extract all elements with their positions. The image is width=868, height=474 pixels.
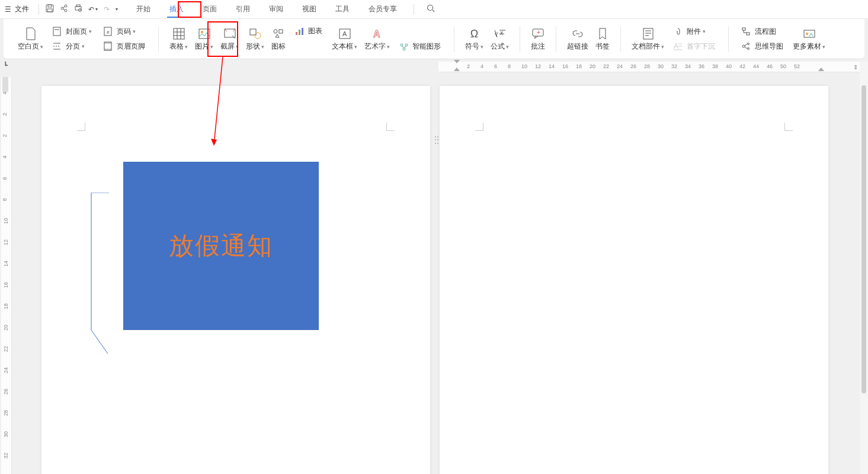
ruler-tick: 34 [685,63,691,69]
ruler-tick: 2 [2,134,8,137]
ruler-tick: 14 [549,63,555,69]
ribbon-separator [520,26,520,52]
bookmark-button[interactable]: 书签 [592,21,613,57]
margin-corner-mark [784,123,793,131]
tab-tools[interactable]: 工具 [328,0,357,19]
ruler-tick: 22 [3,346,9,352]
equation-button[interactable]: √x 公式▾ [487,21,513,57]
file-menu[interactable]: 文件 [15,4,29,14]
ruler-tick: 28 [3,410,9,416]
svg-line-45 [405,46,406,48]
attach-dropcap-col: 附件▾ A 首字下沉 [668,23,721,55]
ribbon-group-diagrams: 流程图 思维导图 更多素材▾ [731,19,834,59]
svg-text:x: x [499,30,504,36]
freeform-line-shape[interactable] [90,193,114,358]
ruler-tick: 42 [739,63,745,69]
bookmark-icon [598,26,607,41]
icon-button[interactable]: 图标 [268,21,289,57]
shape-text: 放假通知 [169,229,273,262]
hyperlink-button[interactable]: 超链接 [563,21,592,57]
hyperlink-icon [572,26,584,41]
tab-page[interactable]: 页面 [196,0,224,19]
horizontal-ruler[interactable]: 2468101214161820222426283032343638404244… [438,62,860,72]
smartart-label: 智能图形 [412,41,441,52]
dropcap-label: 首字下沉 [687,41,715,52]
svg-point-66 [806,33,808,35]
tab-reference[interactable]: 引用 [229,0,257,19]
header-footer-button[interactable]: 页眉页脚 [101,39,148,54]
chart-button[interactable]: 图表 [293,24,325,39]
wordart-button[interactable]: A 艺术字▾ [361,21,393,57]
comment-label: 批注 [531,41,545,52]
dropcap-button[interactable]: A 首字下沉 [671,39,718,54]
rectangle-shape[interactable]: 放假通知 [123,162,319,330]
tab-view[interactable]: 视图 [295,0,324,19]
page-2[interactable] [440,86,828,474]
ruler-tick: 6 [494,63,497,69]
wordart-icon: A [371,26,383,41]
save-icon[interactable] [46,4,54,14]
ruler-tick: 2 [467,63,470,69]
search-icon[interactable] [427,4,435,15]
shape-button[interactable]: 形状▾ [242,21,268,57]
flowchart-label: 流程图 [755,27,776,37]
collapse-ribbon-handle[interactable]: ⇕ [853,64,859,72]
svg-point-62 [748,48,750,50]
attachment-button[interactable]: 附件▾ [671,24,718,39]
table-button[interactable]: 表格▾ [166,21,191,57]
print-preview-icon[interactable] [74,4,82,14]
page-1[interactable]: 放假通知 [41,86,430,474]
more-material-button[interactable]: 更多素材▾ [789,21,829,57]
picture-button[interactable]: 图片▾ [191,21,217,57]
ruler-tick: 8 [2,198,8,201]
ruler-tick: 12 [535,63,541,69]
more-material-label: 更多素材 [793,41,821,52]
flowchart-button[interactable]: 流程图 [739,24,786,39]
ruler-margin [2,77,8,92]
comment-button[interactable]: + 批注 [527,21,549,57]
undo-icon[interactable]: ↶ [88,5,94,14]
textbox-button[interactable]: A 文本框▾ [328,21,361,57]
ruler-tick: 52 [794,63,800,69]
ruler-tick: 36 [699,63,704,69]
svg-rect-13 [53,27,60,36]
mindmap-button[interactable]: 思维导图 [739,39,786,54]
chart-label: 图表 [308,26,322,36]
tab-review[interactable]: 审阅 [262,0,290,19]
tab-stop-selector[interactable]: ┗ [4,62,12,70]
tab-member[interactable]: 会员专享 [361,0,404,19]
share-icon[interactable] [60,4,68,14]
ruler-tick: 6 [2,177,8,180]
undo-dropdown[interactable]: ▾ [95,7,98,12]
smartart-button[interactable]: 智能图形 [397,39,443,55]
doc-parts-button[interactable]: 文档部件▾ [628,21,668,57]
svg-line-63 [745,44,747,46]
svg-point-32 [255,33,261,39]
redo-icon[interactable]: ↷ [104,5,110,14]
tab-start[interactable]: 开始 [129,0,158,19]
hamburger-icon[interactable]: ☰ [5,5,11,14]
tab-insert[interactable]: 插入 [162,0,191,19]
symbol-button[interactable]: Ω 符号▾ [462,21,487,57]
menu-bar: ☰ 文件 ↶ ▾ ↷ ▾ 开始 插入 页面 引用 审阅 视图 工具 会员专享 [0,0,868,19]
textbox-label: 文本框 [332,41,353,52]
bookmark-label: 书签 [595,41,610,52]
page-number-button[interactable]: # 页码▾ [101,24,148,39]
svg-rect-1 [48,5,52,7]
ruler-tick: 20 [3,325,9,331]
dropdown-more-icon[interactable]: ▾ [116,7,118,12]
svg-text:#: # [107,30,110,35]
mindmap-label: 思维导图 [755,41,783,52]
scroll-thumb[interactable] [861,85,866,393]
cover-button[interactable]: 封面页▾ [50,24,94,39]
ruler-tick: 26 [3,389,9,395]
ruler-tick: 38 [712,63,718,69]
vertical-ruler[interactable]: 422468101214161820222426283032 [1,77,12,474]
ruler-tick: 18 [576,63,582,69]
section-break-button[interactable]: 分页▾ [50,39,94,54]
vertical-scrollbar[interactable] [860,62,868,474]
svg-rect-22 [104,49,111,50]
blank-page-button[interactable]: 空白页▾ [14,21,47,57]
screenshot-button[interactable]: 截屏▾ [217,21,242,57]
ruler-tick: 46 [767,63,773,69]
